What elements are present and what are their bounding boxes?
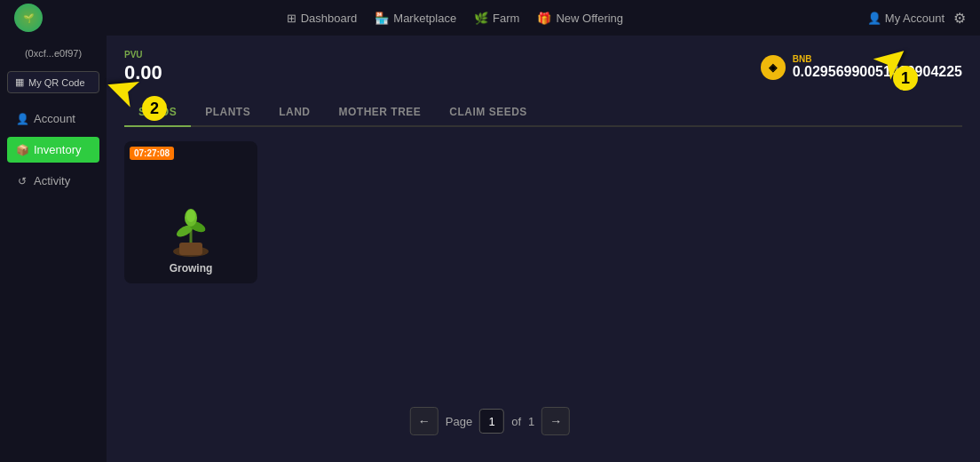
- user-icon: 👤: [867, 12, 881, 25]
- cards-grid: 07:27:08 Growing: [124, 141, 962, 283]
- sidebar-item-account[interactable]: 👤 Account: [7, 106, 99, 131]
- layout: (0xcf...e0f97) ▦ My QR Code 👤 Account 📦 …: [0, 36, 980, 462]
- prev-page-button[interactable]: ←: [410, 407, 439, 435]
- qr-icon: ▦: [15, 76, 24, 88]
- plant-card[interactable]: 07:27:08 Growing: [124, 141, 257, 283]
- pagination: ← Page 1 of 1 →: [410, 407, 570, 435]
- bnb-label: BNB: [793, 54, 962, 64]
- page-label: Page: [446, 415, 472, 428]
- bnb-info: BNB 0.02956990051420904225: [793, 54, 962, 80]
- pvu-value: 0.00: [124, 61, 162, 84]
- nav-dashboard[interactable]: ⊞ Dashboard: [287, 12, 358, 25]
- card-name: Growing: [170, 262, 213, 275]
- farm-icon: 🌿: [474, 12, 488, 25]
- inventory-icon: 📦: [16, 144, 28, 156]
- card-timer: 07:27:08: [130, 147, 174, 160]
- tab-claim-seeds[interactable]: CLAIM SEEDS: [435, 99, 541, 127]
- balance-row: PVU 0.00 ◈ BNB 0.02956990051420904225: [124, 50, 962, 84]
- account-icon: 👤: [16, 113, 28, 125]
- nav-new-offering[interactable]: 🎁 New Offering: [537, 12, 623, 25]
- gift-icon: 🎁: [537, 12, 551, 25]
- tab-seeds[interactable]: SEEDS: [124, 99, 191, 127]
- sidebar: (0xcf...e0f97) ▦ My QR Code 👤 Account 📦 …: [0, 36, 107, 462]
- svg-point-6: [186, 210, 195, 222]
- nav-marketplace[interactable]: 🏪 Marketplace: [375, 12, 456, 25]
- main-content: PVU 0.00 ◈ BNB 0.02956990051420904225 SE…: [107, 36, 980, 462]
- bnb-value: 0.02956990051420904225: [793, 64, 962, 80]
- logo: 🌱: [14, 4, 43, 32]
- store-icon: 🏪: [375, 12, 389, 25]
- activity-icon: ↺: [16, 175, 28, 187]
- logo-icon: 🌱: [14, 4, 43, 32]
- current-page: 1: [479, 409, 504, 434]
- tab-land[interactable]: LAND: [265, 99, 324, 127]
- tab-mother-tree[interactable]: MOTHER TREE: [325, 99, 436, 127]
- sidebar-item-inventory[interactable]: 📦 Inventory: [7, 137, 99, 163]
- sidebar-item-activity[interactable]: ↺ Activity: [7, 168, 99, 194]
- total-pages: 1: [528, 415, 534, 428]
- of-label: of: [511, 415, 521, 428]
- pvu-label: PVU: [124, 50, 162, 60]
- qr-button[interactable]: ▦ My QR Code: [7, 71, 99, 93]
- navbar-right: 👤 My Account ⚙: [867, 10, 966, 27]
- tab-plants[interactable]: PLANTS: [191, 99, 265, 127]
- nav-farm[interactable]: 🌿 Farm: [474, 12, 519, 25]
- bnb-icon: ◈: [761, 55, 786, 80]
- svg-rect-1: [179, 243, 202, 255]
- tabs: SEEDS PLANTS LAND MOTHER TREE CLAIM SEED…: [124, 99, 962, 127]
- account-menu[interactable]: 👤 My Account: [867, 12, 944, 25]
- bnb-balance: ◈ BNB 0.02956990051420904225: [761, 54, 962, 80]
- pvu-balance: PVU 0.00: [124, 50, 162, 84]
- wallet-address: (0xcf...e0f97): [7, 44, 99, 62]
- nav-links: ⊞ Dashboard 🏪 Marketplace 🌿 Farm 🎁 New O…: [64, 12, 846, 25]
- grid-icon: ⊞: [287, 12, 296, 25]
- navbar: 🌱 ⊞ Dashboard 🏪 Marketplace 🌿 Farm 🎁 New…: [0, 0, 980, 36]
- settings-icon[interactable]: ⚙: [953, 10, 966, 27]
- plant-image: [160, 200, 222, 262]
- next-page-button[interactable]: →: [541, 407, 570, 435]
